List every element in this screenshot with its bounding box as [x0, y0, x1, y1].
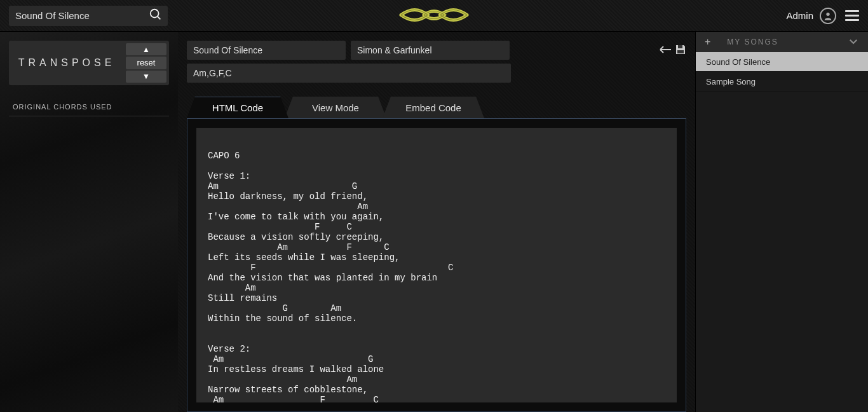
top-bar: Admin: [0, 0, 868, 32]
svg-rect-3: [678, 45, 682, 48]
transpose-up-button[interactable]: ▲: [126, 43, 166, 55]
tab-html-code[interactable]: HTML Code: [187, 97, 288, 118]
svg-line-1: [158, 17, 161, 20]
search-wrap: [9, 6, 168, 26]
song-artist-input[interactable]: [351, 41, 510, 60]
my-songs-header: + MY SONGS: [696, 32, 868, 52]
svg-rect-4: [677, 50, 684, 53]
my-songs-label: MY SONGS: [727, 38, 778, 46]
back-arrow-icon[interactable]: [658, 45, 671, 56]
search-input[interactable]: [15, 10, 149, 21]
editor-scroll[interactable]: CAPO 6 Verse 1: Am G Hello darkness, my …: [196, 128, 677, 402]
chevron-down-icon[interactable]: [848, 36, 859, 49]
transpose-buttons: ▲ reset ▼: [126, 43, 166, 83]
transpose-reset-button[interactable]: reset: [126, 57, 166, 69]
add-song-button[interactable]: +: [705, 36, 712, 48]
topbar-right: Admin: [786, 8, 859, 24]
save-floppy-icon[interactable]: [675, 44, 686, 57]
save-controls: [658, 41, 686, 60]
tab-embed-code[interactable]: Embed Code: [383, 97, 484, 118]
editor-content[interactable]: CAPO 6 Verse 1: Am G Hello darkness, my …: [208, 141, 665, 402]
user-avatar-icon[interactable]: [820, 8, 836, 24]
editor-frame: CAPO 6 Verse 1: Am G Hello darkness, my …: [187, 118, 686, 412]
main-panel: HTML CodeView ModeEmbed Code CAPO 6 Vers…: [178, 32, 695, 412]
hamburger-menu-icon[interactable]: [845, 10, 859, 21]
song-title-input[interactable]: [187, 41, 346, 60]
svg-point-0: [151, 10, 159, 18]
original-chords-label: ORIGINAL CHORDS USED: [13, 103, 169, 111]
song-item[interactable]: Sound Of Silence: [696, 52, 868, 72]
song-item[interactable]: Sample Song: [696, 72, 868, 92]
layout: TRANSPOSE ▲ reset ▼ ORIGINAL CHORDS USED: [0, 32, 868, 412]
sidebar-right: + MY SONGS Sound Of SilenceSample Song: [695, 32, 868, 412]
inputs-row-2: [187, 64, 686, 83]
divider: [9, 116, 169, 116]
transpose-label: TRANSPOSE: [11, 43, 122, 83]
svg-point-2: [826, 12, 829, 15]
search-icon[interactable]: [149, 8, 163, 24]
logo-knot-icon: [396, 3, 472, 28]
songs-list: Sound Of SilenceSample Song: [696, 52, 868, 92]
tab-view-mode[interactable]: View Mode: [285, 97, 386, 118]
admin-label: Admin: [786, 10, 813, 21]
inputs-row-1: [187, 41, 686, 60]
tabs: HTML CodeView ModeEmbed Code: [187, 97, 686, 118]
transpose-down-button[interactable]: ▼: [126, 71, 166, 83]
transpose-box: TRANSPOSE ▲ reset ▼: [9, 41, 169, 85]
sidebar-left: TRANSPOSE ▲ reset ▼ ORIGINAL CHORDS USED: [0, 32, 178, 412]
song-chords-input[interactable]: [187, 64, 511, 83]
